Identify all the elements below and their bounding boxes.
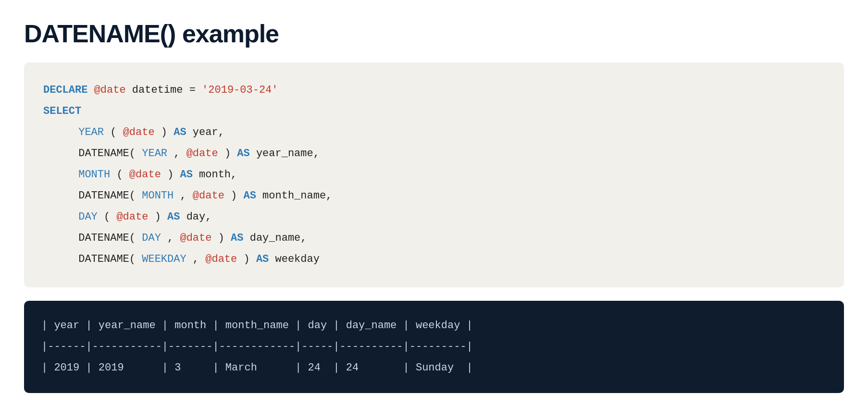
declare-keyword: DECLARE	[43, 84, 87, 96]
as-kw-6: AS	[243, 190, 256, 202]
code-block: DECLARE @date datetime = '2019-03-24' SE…	[24, 62, 844, 287]
alias-6: month_name,	[262, 190, 332, 202]
code-line-3: YEAR ( @date ) AS year,	[43, 122, 825, 143]
result-block: | year | year_name | month | month_name …	[24, 301, 844, 393]
alias-4: year_name,	[256, 148, 320, 160]
code-line-9: DATENAME( WEEKDAY , @date ) AS weekday	[43, 249, 825, 270]
result-row: | 2019 | 2019 | 3 | March | 24 | 24 | Su…	[41, 357, 827, 379]
date-var-5: @date	[129, 169, 161, 181]
code-line-4: DATENAME( YEAR , @date ) AS year_name,	[43, 143, 825, 164]
as-kw-5: AS	[180, 169, 192, 181]
year-fn: YEAR	[78, 126, 104, 138]
as-kw-8: AS	[231, 232, 243, 244]
as-kw-3: AS	[174, 126, 186, 138]
date-var-9: @date	[205, 253, 237, 265]
code-line-8: DATENAME( DAY , @date ) AS day_name,	[43, 228, 825, 249]
as-kw-7: AS	[167, 211, 180, 223]
date-var-8: @date	[180, 232, 211, 244]
year-arg-4: YEAR	[142, 148, 167, 160]
select-keyword: SELECT	[43, 105, 81, 117]
datename-plain-6: DATENAME(	[78, 190, 136, 202]
page-title: DATENAME() example	[24, 19, 844, 48]
as-kw-9: AS	[256, 253, 269, 265]
code-line-5: MONTH ( @date ) AS month,	[43, 164, 825, 185]
day-arg-8: DAY	[142, 232, 161, 244]
alias-9: weekday	[275, 253, 320, 265]
result-separator: |------|-----------|-------|------------…	[41, 336, 827, 357]
month-fn: MONTH	[78, 169, 110, 181]
alias-3: year,	[193, 126, 224, 138]
date-var-6: @date	[193, 190, 224, 202]
date-var-3: @date	[123, 126, 155, 138]
datename-plain-8: DATENAME(	[78, 232, 136, 244]
weekday-arg-9: WEEKDAY	[142, 253, 186, 265]
datename-plain-4: DATENAME(	[78, 148, 136, 160]
date-var-7: @date	[116, 211, 148, 223]
as-kw-4: AS	[237, 148, 249, 160]
date-var-1: @date	[94, 84, 126, 96]
code-line-2: SELECT	[43, 101, 825, 122]
alias-8: day_name,	[250, 232, 307, 244]
date-var-4: @date	[186, 148, 218, 160]
code-line-1: DECLARE @date datetime = '2019-03-24'	[43, 80, 825, 101]
result-header: | year | year_name | month | month_name …	[41, 315, 827, 336]
date-string: '2019-03-24'	[202, 84, 278, 96]
alias-5: month,	[199, 169, 237, 181]
day-fn: DAY	[78, 211, 98, 223]
datename-plain-9: DATENAME(	[78, 253, 136, 265]
alias-7: day,	[186, 211, 212, 223]
datetime-text: datetime =	[132, 84, 202, 96]
code-line-7: DAY ( @date ) AS day,	[43, 207, 825, 228]
month-arg-6: MONTH	[142, 190, 174, 202]
code-line-6: DATENAME( MONTH , @date ) AS month_name,	[43, 185, 825, 207]
